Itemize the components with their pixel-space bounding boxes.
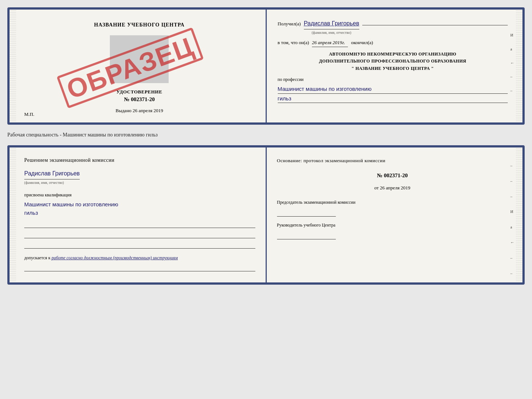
underline-3 <box>24 241 255 249</box>
dash-after <box>362 25 508 25</box>
org-name: " НАЗВАНИЕ УЧЕБНОГО ЦЕНТРА " <box>278 65 508 72</box>
in-that-label: в том, что он(а) <box>278 38 309 47</box>
underline-4 <box>24 263 255 271</box>
bottom-doc-left: Решением экзаменационной комиссии Радисл… <box>10 147 267 282</box>
qualification-name: Машинист машины по изготовлению <box>24 200 255 209</box>
date-line: в том, что он(а) 26 апреля 2019г. окончи… <box>278 38 508 47</box>
bottom-fio-sublabel: (фамилия, имя, отчество) <box>24 179 64 186</box>
profession-name2: гильз <box>278 95 508 103</box>
profession-label: по профессии <box>278 76 508 84</box>
completed-label: окончил(а) <box>351 38 373 47</box>
manager-block: Руководитель учебного Центра <box>277 222 508 239</box>
cert-date: Выдано 26 апреля 2019 <box>116 108 163 114</box>
mp-label: М.П. <box>24 111 34 117</box>
decision-title: Решением экзаменационной комиссии <box>24 156 255 164</box>
top-doc-right: Получил(а) Радислав Григорьев (фамилия, … <box>267 10 523 122</box>
profession-name: Машинист машины по изготовлению <box>278 85 508 94</box>
org-block: АВТОНОМНУЮ НЕКОММЕРЧЕСКУЮ ОРГАНИЗАЦИЮ ДО… <box>278 51 508 72</box>
bottom-doc-right: Основание: протокол экзаменационной коми… <box>267 147 523 282</box>
fio-sublabel: (фамилия, имя, отчество) <box>312 29 351 36</box>
recipient-name: Радислав Григорьев <box>304 18 359 29</box>
org-line2: ДОПОЛНИТЕЛЬНОГО ПРОФЕССИОНАЛЬНОГО ОБРАЗО… <box>278 58 508 65</box>
chairman-block: Председатель экзаменационной комиссии <box>277 199 508 217</box>
manager-sig-line <box>277 231 336 239</box>
right-side-dashes: – – – И а ← – – – – <box>510 162 514 285</box>
assigned-label: присвоена квалификация <box>24 191 255 199</box>
top-doc-center-title: НАЗВАНИЕ УЧЕБНОГО ЦЕНТРА <box>94 22 184 28</box>
date-prefix: от <box>374 185 379 190</box>
protocol-date: от 26 апреля 2019 <box>277 184 508 192</box>
date-value: 26 апреля 2019г. <box>312 38 348 47</box>
cert-number: № 002371-20 <box>116 96 162 103</box>
cert-date-value: 26 апреля 2019 <box>133 108 163 113</box>
допуск-value: работе согласно должностным (производств… <box>51 255 178 260</box>
protocol-date-value: 26 апреля 2019 <box>380 185 410 190</box>
manager-title: Руководитель учебного Центра <box>277 222 508 228</box>
bottom-document: Решением экзаменационной комиссии Радисл… <box>7 145 525 285</box>
protocol-number: № 002371-20 <box>277 171 508 181</box>
допуск-text: допускается к работе согласно должностны… <box>24 254 255 261</box>
between-label: Рабочая специальность - Машинист машины … <box>7 131 525 139</box>
chairman-title: Председатель экзаменационной комиссии <box>277 199 508 206</box>
chairman-sig-line <box>277 209 336 217</box>
qualification-name2: гильз <box>24 209 255 217</box>
допуск-label: допускается к <box>24 255 50 260</box>
top-document: НАЗВАНИЕ УЧЕБНОГО ЦЕНТРА УДОСТОВЕРЕНИЕ №… <box>7 7 525 125</box>
cert-date-label: Выдано <box>116 108 132 113</box>
osnov-title: Основание: протокол экзаменационной коми… <box>277 156 508 165</box>
org-line1: АВТОНОМНУЮ НЕКОММЕРЧЕСКУЮ ОРГАНИЗАЦИЮ <box>278 51 508 58</box>
underline-1 <box>24 220 255 228</box>
profession-block: по профессии Машинист машины по изготовл… <box>278 76 508 103</box>
underline-2 <box>24 230 255 238</box>
received-label: Получил(а) <box>278 19 301 28</box>
cert-title: УДОСТОВЕРЕНИЕ <box>116 89 162 95</box>
top-doc-left: НАЗВАНИЕ УЧЕБНОГО ЦЕНТРА УДОСТОВЕРЕНИЕ №… <box>10 10 267 122</box>
side-marks-top: И а ← – – <box>510 32 514 95</box>
stamp-placeholder <box>110 35 169 83</box>
recipient-line: Получил(а) Радислав Григорьев (фамилия, … <box>278 18 508 36</box>
cert-block: УДОСТОВЕРЕНИЕ № 002371-20 <box>116 89 162 103</box>
person-name-bottom: Радислав Григорьев <box>24 168 80 179</box>
